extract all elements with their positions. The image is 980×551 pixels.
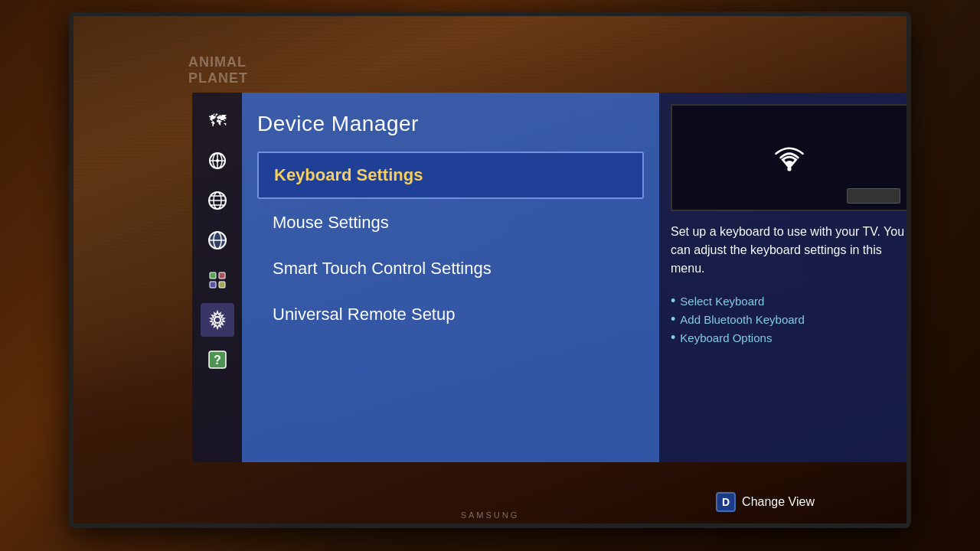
- d-button[interactable]: D: [716, 492, 736, 512]
- info-bullet-keyboard-options: • Keyboard Options: [671, 328, 906, 347]
- keyboard-preview: [847, 188, 900, 204]
- svg-rect-14: [219, 272, 225, 279]
- bullet-dot-2: •: [671, 312, 675, 326]
- sidebar-icon-map[interactable]: 🗺: [201, 104, 234, 138]
- svg-point-17: [214, 317, 220, 323]
- wifi-icon: [763, 131, 816, 184]
- svg-rect-13: [210, 272, 216, 279]
- sidebar: 🗺: [192, 93, 242, 462]
- sidebar-icon-apps[interactable]: [201, 263, 234, 297]
- info-bullet-add-bluetooth: • Add Bluetooth Keyboard: [671, 310, 906, 328]
- svg-text:?: ?: [214, 354, 221, 367]
- bullet-dot-1: •: [671, 294, 675, 308]
- svg-rect-15: [210, 282, 216, 288]
- info-description: Set up a keyboard to use with your TV. Y…: [671, 223, 906, 278]
- samsung-logo: SAMSUNG: [461, 510, 520, 520]
- bottom-bar: D Change View: [716, 492, 815, 512]
- sidebar-icon-support[interactable]: ?: [201, 343, 234, 377]
- watermark: ANIMAL PLANET: [188, 54, 248, 86]
- menu-item-keyboard-settings[interactable]: Keyboard Settings: [257, 152, 644, 199]
- sidebar-icon-globe[interactable]: [201, 184, 234, 217]
- menu-item-universal-remote[interactable]: Universal Remote Setup: [257, 292, 644, 337]
- info-bullet-select-keyboard: • Select Keyboard: [671, 292, 906, 310]
- tv-screen: ANIMAL PLANET 🗺: [74, 16, 906, 523]
- menu-item-mouse-settings[interactable]: Mouse Settings: [257, 201, 644, 245]
- tv-frame: ANIMAL PLANET 🗺: [69, 11, 911, 528]
- sidebar-icon-internet[interactable]: [201, 223, 234, 257]
- svg-point-20: [787, 167, 791, 171]
- sidebar-icon-network[interactable]: [201, 144, 234, 178]
- menu-panel: Device Manager Keyboard Settings Mouse S…: [242, 93, 659, 462]
- sidebar-icon-settings[interactable]: [201, 303, 234, 337]
- svg-rect-16: [219, 282, 225, 288]
- menu-title: Device Manager: [257, 112, 644, 136]
- info-panel: Set up a keyboard to use with your TV. Y…: [659, 93, 906, 462]
- info-image: [671, 104, 906, 211]
- menu-item-smart-touch[interactable]: Smart Touch Control Settings: [257, 246, 644, 291]
- change-view-label: Change View: [742, 495, 815, 509]
- bullet-dot-3: •: [671, 331, 675, 344]
